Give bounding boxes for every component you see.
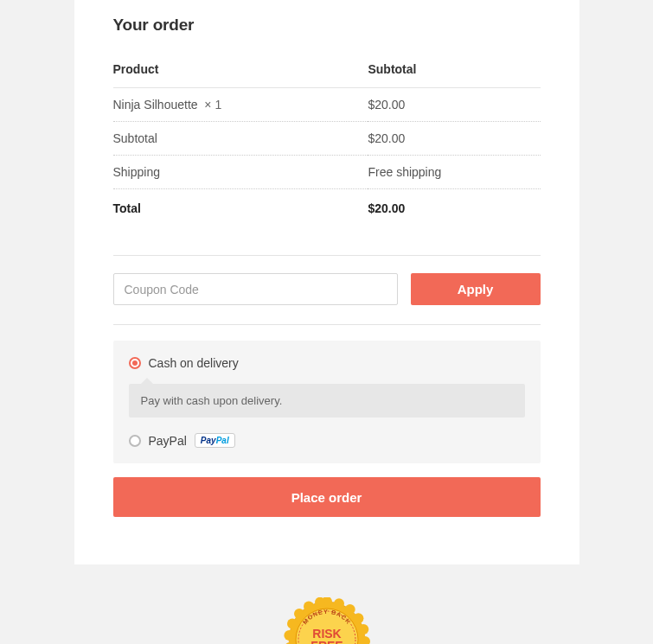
subtotal-label: Subtotal <box>113 122 368 156</box>
svg-text:FREE: FREE <box>310 639 343 644</box>
place-order-button[interactable]: Place order <box>113 477 541 517</box>
payment-paypal-label: PayPal <box>149 434 187 448</box>
table-row: Shipping Free shipping <box>113 156 541 189</box>
svg-point-5 <box>358 624 368 634</box>
order-table: Product Subtotal Ninja Silhouette × 1 $2… <box>113 62 541 225</box>
payment-option-paypal[interactable]: PayPal PayPal <box>129 433 525 448</box>
radio-selected-icon[interactable] <box>129 357 141 369</box>
svg-point-16 <box>284 630 294 641</box>
product-subtotal: $20.00 <box>368 88 540 122</box>
paypal-logo-icon: PayPal <box>195 433 235 448</box>
svg-point-19 <box>304 602 314 612</box>
table-row: Total $20.00 <box>113 189 541 226</box>
subtotal-value: $20.00 <box>368 122 540 156</box>
header-subtotal: Subtotal <box>368 62 540 88</box>
payment-cod-description: Pay with cash upon delivery. <box>129 384 525 418</box>
svg-point-2 <box>334 598 344 609</box>
product-qty: × 1 <box>204 98 221 112</box>
header-product: Product <box>113 62 368 88</box>
payment-option-cod[interactable]: Cash on delivery <box>129 356 525 370</box>
apply-button[interactable]: Apply <box>411 273 541 305</box>
table-row: Ninja Silhouette × 1 $20.00 <box>113 88 541 122</box>
product-name: Ninja Silhouette <box>113 98 198 112</box>
divider <box>113 255 541 256</box>
table-row: Subtotal $20.00 <box>113 122 541 156</box>
svg-point-3 <box>344 604 355 615</box>
guarantee-badge-icon: MONEY BACK RISK FREE 30 DAY GUARANTEE <box>277 597 377 644</box>
shipping-value: Free shipping <box>368 156 540 189</box>
payment-cod-label: Cash on delivery <box>149 356 239 370</box>
total-label: Total <box>113 189 368 226</box>
divider <box>113 324 541 325</box>
svg-point-18 <box>294 609 304 619</box>
coupon-input[interactable] <box>113 273 398 305</box>
svg-point-20 <box>315 597 325 608</box>
radio-unselected-icon[interactable] <box>129 435 141 447</box>
order-title: Your order <box>113 0 541 62</box>
payment-methods: Cash on delivery Pay with cash upon deli… <box>113 341 541 463</box>
svg-point-17 <box>287 619 298 629</box>
shipping-label: Shipping <box>113 156 368 189</box>
total-value: $20.00 <box>368 189 540 226</box>
svg-point-4 <box>353 613 363 623</box>
